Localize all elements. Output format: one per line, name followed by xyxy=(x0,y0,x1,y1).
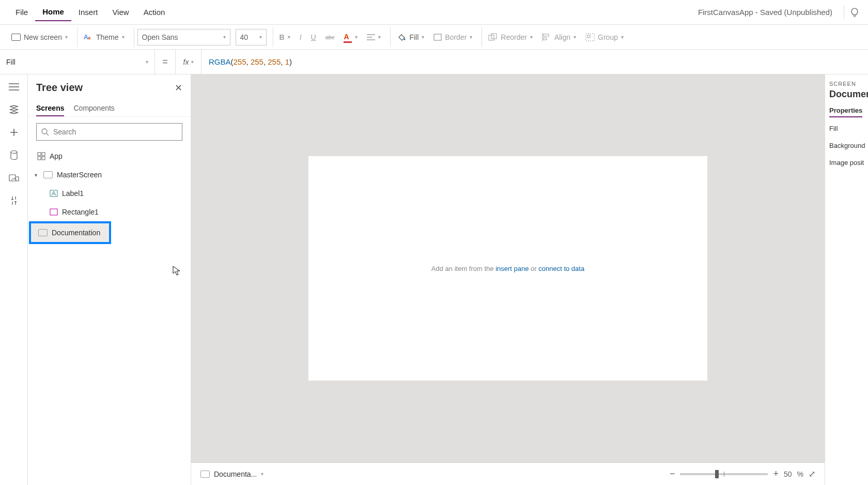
tree-item-label: App xyxy=(50,152,63,160)
group-button[interactable]: Group ▾ xyxy=(582,31,627,43)
paint-bucket-icon xyxy=(397,33,406,42)
svg-rect-12 xyxy=(38,153,41,156)
screen-icon xyxy=(38,229,48,236)
align-obj-icon xyxy=(542,33,551,41)
app-title: FirstCanvasApp - Saved (Unpublished) xyxy=(698,8,839,17)
canvas-screen[interactable]: Add an item from the insert pane or conn… xyxy=(308,156,707,381)
align-icon xyxy=(367,34,375,41)
svg-rect-14 xyxy=(38,157,41,160)
media-icon[interactable] xyxy=(8,172,20,184)
font-size-select[interactable]: 40 ▾ xyxy=(236,29,267,46)
underline-button[interactable]: U xyxy=(308,31,319,43)
property-select[interactable]: Fill ▾ xyxy=(0,50,155,74)
tab-components[interactable]: Components xyxy=(73,101,114,116)
font-name: Open Sans xyxy=(142,33,178,41)
screen-icon xyxy=(43,171,53,178)
tree-view-title: Tree view xyxy=(36,82,83,94)
data-icon[interactable] xyxy=(8,149,20,161)
fill-label: Fill xyxy=(409,33,419,41)
formula-fn: RGBA xyxy=(209,57,231,66)
fit-to-window-icon[interactable]: ⤢ xyxy=(809,469,815,479)
zoom-in-button[interactable]: + xyxy=(773,468,779,479)
font-color-button[interactable]: A ▾ xyxy=(340,31,361,44)
tree-item-documentation[interactable]: Documentation xyxy=(31,223,109,242)
tree-item-rectangle1[interactable]: Rectangle1 xyxy=(28,203,191,221)
connect-data-link[interactable]: connect to data xyxy=(538,265,584,272)
fx-label: fx xyxy=(183,58,189,66)
menu-view[interactable]: View xyxy=(105,4,136,21)
screen-selector[interactable]: Documenta... ▾ xyxy=(200,470,264,478)
tab-properties[interactable]: Properties xyxy=(829,107,862,117)
fill-button[interactable]: Fill ▾ xyxy=(394,31,427,44)
right-panel-name: Document xyxy=(829,89,864,100)
svg-rect-3 xyxy=(434,34,441,40)
strike-button[interactable]: abc xyxy=(322,32,338,42)
bold-button[interactable]: B▾ xyxy=(276,31,293,43)
prop-background[interactable]: Background xyxy=(829,142,864,149)
font-color-icon: A xyxy=(344,33,352,42)
chevron-down-icon[interactable]: ▾ xyxy=(32,172,39,178)
label-icon xyxy=(50,189,58,198)
formula-input[interactable]: RGBA(255, 255, 255, 1) xyxy=(202,57,868,67)
italic-button[interactable]: I xyxy=(297,31,305,43)
chevron-down-icon: ▾ xyxy=(261,471,264,477)
align-button[interactable]: Align ▾ xyxy=(539,31,579,43)
svg-point-11 xyxy=(42,129,47,134)
insert-pane-link[interactable]: insert pane xyxy=(495,265,529,272)
svg-point-2 xyxy=(404,38,406,40)
reorder-icon xyxy=(488,33,498,41)
chevron-down-icon: ▾ xyxy=(223,34,226,40)
zoom-value: 50 xyxy=(784,470,792,478)
group-icon xyxy=(585,33,595,41)
menu-insert[interactable]: Insert xyxy=(71,4,105,21)
group-label: Group xyxy=(598,33,618,41)
fx-button[interactable]: fx ▾ xyxy=(176,50,202,74)
font-select[interactable]: Open Sans ▾ xyxy=(137,29,230,46)
theme-icon: Aa xyxy=(84,33,93,42)
theme-button[interactable]: Aa Theme ▾ xyxy=(81,31,128,44)
svg-text:a: a xyxy=(88,35,91,40)
menu-home[interactable]: Home xyxy=(35,3,71,21)
tab-screens[interactable]: Screens xyxy=(36,101,64,116)
font-size: 40 xyxy=(240,33,249,41)
tree-item-masterscreen[interactable]: ▾ MasterScreen xyxy=(28,165,191,184)
reorder-button[interactable]: Reorder ▾ xyxy=(485,31,536,43)
chevron-down-icon: ▾ xyxy=(191,59,193,65)
zoom-thumb[interactable] xyxy=(715,470,719,478)
chevron-down-icon: ▾ xyxy=(122,34,125,40)
svg-rect-15 xyxy=(42,157,45,160)
tree-item-label: Label1 xyxy=(62,189,84,198)
tree-view-icon[interactable] xyxy=(8,103,20,116)
align-text-button[interactable]: ▾ xyxy=(364,32,384,43)
rectangle-icon xyxy=(50,208,58,216)
app-checker-icon[interactable] xyxy=(849,7,860,18)
tree-search[interactable] xyxy=(36,123,182,141)
menu-action[interactable]: Action xyxy=(136,4,173,21)
new-screen-label: New screen xyxy=(24,33,62,41)
screen-icon xyxy=(200,471,210,478)
reorder-label: Reorder xyxy=(501,33,527,41)
zoom-pct: % xyxy=(797,470,803,478)
divider xyxy=(844,5,844,20)
zoom-slider[interactable] xyxy=(680,473,768,475)
prop-image-position[interactable]: Image posit xyxy=(829,159,864,166)
zoom-out-button[interactable]: − xyxy=(670,468,675,479)
new-screen-button[interactable]: New screen ▾ xyxy=(8,31,71,43)
chevron-down-icon: ▾ xyxy=(146,59,148,65)
tree-item-label1[interactable]: Label1 xyxy=(28,184,191,203)
screen-icon xyxy=(11,34,21,41)
border-button[interactable]: Border ▾ xyxy=(430,31,475,43)
screen-name: Documenta... xyxy=(214,470,257,478)
tree-item-app[interactable]: App xyxy=(28,147,191,165)
tree-item-label: Documentation xyxy=(52,229,100,237)
advanced-tools-icon[interactable] xyxy=(8,194,20,207)
prop-fill[interactable]: Fill xyxy=(829,125,864,132)
search-icon xyxy=(41,128,49,136)
insert-icon[interactable] xyxy=(8,126,20,139)
menu-file[interactable]: File xyxy=(8,4,35,21)
close-icon[interactable]: ✕ xyxy=(175,82,182,94)
search-input[interactable] xyxy=(53,128,178,136)
hamburger-icon[interactable] xyxy=(8,81,20,93)
tree-item-label: MasterScreen xyxy=(57,171,102,179)
svg-rect-10 xyxy=(9,175,16,181)
